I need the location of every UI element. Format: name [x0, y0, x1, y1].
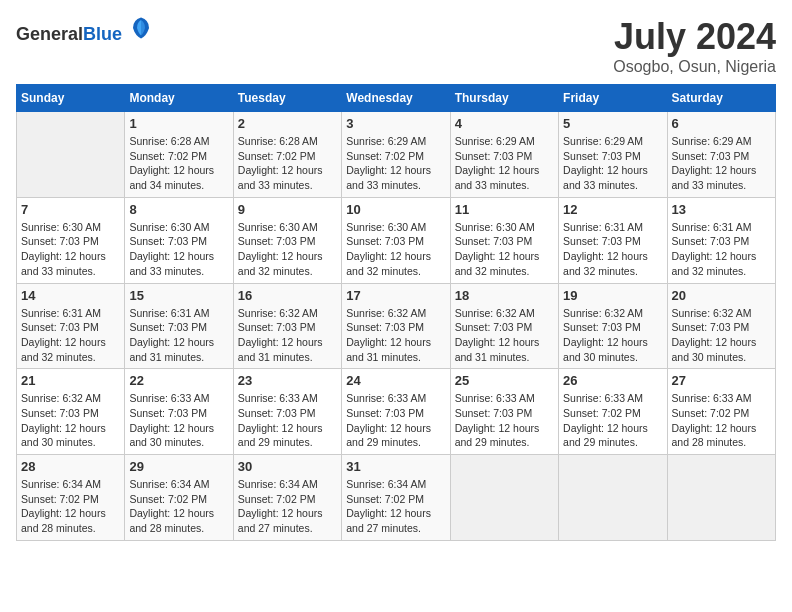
day-detail: Sunrise: 6:30 AM Sunset: 7:03 PM Dayligh… — [129, 220, 228, 279]
calendar-header-row: SundayMondayTuesdayWednesdayThursdayFrid… — [17, 85, 776, 112]
day-detail: Sunrise: 6:32 AM Sunset: 7:03 PM Dayligh… — [238, 306, 337, 365]
day-detail: Sunrise: 6:32 AM Sunset: 7:03 PM Dayligh… — [455, 306, 554, 365]
week-row-3: 14Sunrise: 6:31 AM Sunset: 7:03 PM Dayli… — [17, 283, 776, 369]
logo-general: General — [16, 24, 83, 44]
calendar-cell: 22Sunrise: 6:33 AM Sunset: 7:03 PM Dayli… — [125, 369, 233, 455]
calendar-cell — [559, 455, 667, 541]
day-number: 27 — [672, 373, 771, 388]
calendar-table: SundayMondayTuesdayWednesdayThursdayFrid… — [16, 84, 776, 541]
title-block: July 2024 Osogbo, Osun, Nigeria — [613, 16, 776, 76]
day-number: 8 — [129, 202, 228, 217]
calendar-cell: 14Sunrise: 6:31 AM Sunset: 7:03 PM Dayli… — [17, 283, 125, 369]
day-number: 30 — [238, 459, 337, 474]
day-number: 28 — [21, 459, 120, 474]
day-detail: Sunrise: 6:33 AM Sunset: 7:03 PM Dayligh… — [455, 391, 554, 450]
calendar-cell: 31Sunrise: 6:34 AM Sunset: 7:02 PM Dayli… — [342, 455, 450, 541]
calendar-cell: 29Sunrise: 6:34 AM Sunset: 7:02 PM Dayli… — [125, 455, 233, 541]
day-detail: Sunrise: 6:31 AM Sunset: 7:03 PM Dayligh… — [129, 306, 228, 365]
calendar-cell: 9Sunrise: 6:30 AM Sunset: 7:03 PM Daylig… — [233, 197, 341, 283]
day-detail: Sunrise: 6:33 AM Sunset: 7:02 PM Dayligh… — [563, 391, 662, 450]
calendar-cell — [667, 455, 775, 541]
calendar-cell — [17, 112, 125, 198]
day-detail: Sunrise: 6:29 AM Sunset: 7:02 PM Dayligh… — [346, 134, 445, 193]
day-number: 31 — [346, 459, 445, 474]
day-detail: Sunrise: 6:33 AM Sunset: 7:03 PM Dayligh… — [129, 391, 228, 450]
header-tuesday: Tuesday — [233, 85, 341, 112]
day-detail: Sunrise: 6:34 AM Sunset: 7:02 PM Dayligh… — [346, 477, 445, 536]
header-wednesday: Wednesday — [342, 85, 450, 112]
calendar-cell: 19Sunrise: 6:32 AM Sunset: 7:03 PM Dayli… — [559, 283, 667, 369]
header-friday: Friday — [559, 85, 667, 112]
day-detail: Sunrise: 6:29 AM Sunset: 7:03 PM Dayligh… — [455, 134, 554, 193]
day-detail: Sunrise: 6:32 AM Sunset: 7:03 PM Dayligh… — [563, 306, 662, 365]
calendar-cell: 15Sunrise: 6:31 AM Sunset: 7:03 PM Dayli… — [125, 283, 233, 369]
calendar-cell: 24Sunrise: 6:33 AM Sunset: 7:03 PM Dayli… — [342, 369, 450, 455]
logo: GeneralBlue — [16, 16, 153, 45]
calendar-cell: 17Sunrise: 6:32 AM Sunset: 7:03 PM Dayli… — [342, 283, 450, 369]
calendar-cell: 10Sunrise: 6:30 AM Sunset: 7:03 PM Dayli… — [342, 197, 450, 283]
day-number: 1 — [129, 116, 228, 131]
day-detail: Sunrise: 6:32 AM Sunset: 7:03 PM Dayligh… — [672, 306, 771, 365]
calendar-cell: 7Sunrise: 6:30 AM Sunset: 7:03 PM Daylig… — [17, 197, 125, 283]
day-number: 16 — [238, 288, 337, 303]
week-row-4: 21Sunrise: 6:32 AM Sunset: 7:03 PM Dayli… — [17, 369, 776, 455]
day-detail: Sunrise: 6:31 AM Sunset: 7:03 PM Dayligh… — [672, 220, 771, 279]
day-detail: Sunrise: 6:33 AM Sunset: 7:03 PM Dayligh… — [346, 391, 445, 450]
day-detail: Sunrise: 6:29 AM Sunset: 7:03 PM Dayligh… — [563, 134, 662, 193]
calendar-cell: 27Sunrise: 6:33 AM Sunset: 7:02 PM Dayli… — [667, 369, 775, 455]
day-number: 23 — [238, 373, 337, 388]
day-number: 14 — [21, 288, 120, 303]
calendar-cell: 3Sunrise: 6:29 AM Sunset: 7:02 PM Daylig… — [342, 112, 450, 198]
day-number: 26 — [563, 373, 662, 388]
calendar-cell: 1Sunrise: 6:28 AM Sunset: 7:02 PM Daylig… — [125, 112, 233, 198]
calendar-cell: 5Sunrise: 6:29 AM Sunset: 7:03 PM Daylig… — [559, 112, 667, 198]
day-number: 10 — [346, 202, 445, 217]
header-monday: Monday — [125, 85, 233, 112]
day-detail: Sunrise: 6:33 AM Sunset: 7:02 PM Dayligh… — [672, 391, 771, 450]
page-header: GeneralBlue July 2024 Osogbo, Osun, Nige… — [16, 16, 776, 76]
day-detail: Sunrise: 6:29 AM Sunset: 7:03 PM Dayligh… — [672, 134, 771, 193]
calendar-cell: 6Sunrise: 6:29 AM Sunset: 7:03 PM Daylig… — [667, 112, 775, 198]
calendar-cell: 28Sunrise: 6:34 AM Sunset: 7:02 PM Dayli… — [17, 455, 125, 541]
calendar-cell: 21Sunrise: 6:32 AM Sunset: 7:03 PM Dayli… — [17, 369, 125, 455]
calendar-cell: 30Sunrise: 6:34 AM Sunset: 7:02 PM Dayli… — [233, 455, 341, 541]
day-number: 24 — [346, 373, 445, 388]
day-number: 18 — [455, 288, 554, 303]
day-number: 9 — [238, 202, 337, 217]
day-number: 29 — [129, 459, 228, 474]
calendar-cell: 12Sunrise: 6:31 AM Sunset: 7:03 PM Dayli… — [559, 197, 667, 283]
calendar-cell: 8Sunrise: 6:30 AM Sunset: 7:03 PM Daylig… — [125, 197, 233, 283]
day-detail: Sunrise: 6:34 AM Sunset: 7:02 PM Dayligh… — [238, 477, 337, 536]
day-detail: Sunrise: 6:28 AM Sunset: 7:02 PM Dayligh… — [238, 134, 337, 193]
page-title: July 2024 — [613, 16, 776, 58]
day-number: 19 — [563, 288, 662, 303]
day-detail: Sunrise: 6:31 AM Sunset: 7:03 PM Dayligh… — [21, 306, 120, 365]
day-number: 17 — [346, 288, 445, 303]
calendar-cell: 26Sunrise: 6:33 AM Sunset: 7:02 PM Dayli… — [559, 369, 667, 455]
calendar-cell: 2Sunrise: 6:28 AM Sunset: 7:02 PM Daylig… — [233, 112, 341, 198]
page-subtitle: Osogbo, Osun, Nigeria — [613, 58, 776, 76]
calendar-cell — [450, 455, 558, 541]
calendar-cell: 18Sunrise: 6:32 AM Sunset: 7:03 PM Dayli… — [450, 283, 558, 369]
day-number: 21 — [21, 373, 120, 388]
calendar-cell: 25Sunrise: 6:33 AM Sunset: 7:03 PM Dayli… — [450, 369, 558, 455]
day-number: 2 — [238, 116, 337, 131]
day-number: 22 — [129, 373, 228, 388]
calendar-cell: 23Sunrise: 6:33 AM Sunset: 7:03 PM Dayli… — [233, 369, 341, 455]
day-number: 6 — [672, 116, 771, 131]
day-detail: Sunrise: 6:34 AM Sunset: 7:02 PM Dayligh… — [129, 477, 228, 536]
header-saturday: Saturday — [667, 85, 775, 112]
day-number: 11 — [455, 202, 554, 217]
day-number: 13 — [672, 202, 771, 217]
day-number: 20 — [672, 288, 771, 303]
logo-icon — [129, 16, 153, 40]
calendar-cell: 4Sunrise: 6:29 AM Sunset: 7:03 PM Daylig… — [450, 112, 558, 198]
day-detail: Sunrise: 6:30 AM Sunset: 7:03 PM Dayligh… — [238, 220, 337, 279]
day-number: 7 — [21, 202, 120, 217]
day-detail: Sunrise: 6:30 AM Sunset: 7:03 PM Dayligh… — [21, 220, 120, 279]
header-thursday: Thursday — [450, 85, 558, 112]
week-row-5: 28Sunrise: 6:34 AM Sunset: 7:02 PM Dayli… — [17, 455, 776, 541]
calendar-cell: 11Sunrise: 6:30 AM Sunset: 7:03 PM Dayli… — [450, 197, 558, 283]
day-detail: Sunrise: 6:33 AM Sunset: 7:03 PM Dayligh… — [238, 391, 337, 450]
day-number: 5 — [563, 116, 662, 131]
